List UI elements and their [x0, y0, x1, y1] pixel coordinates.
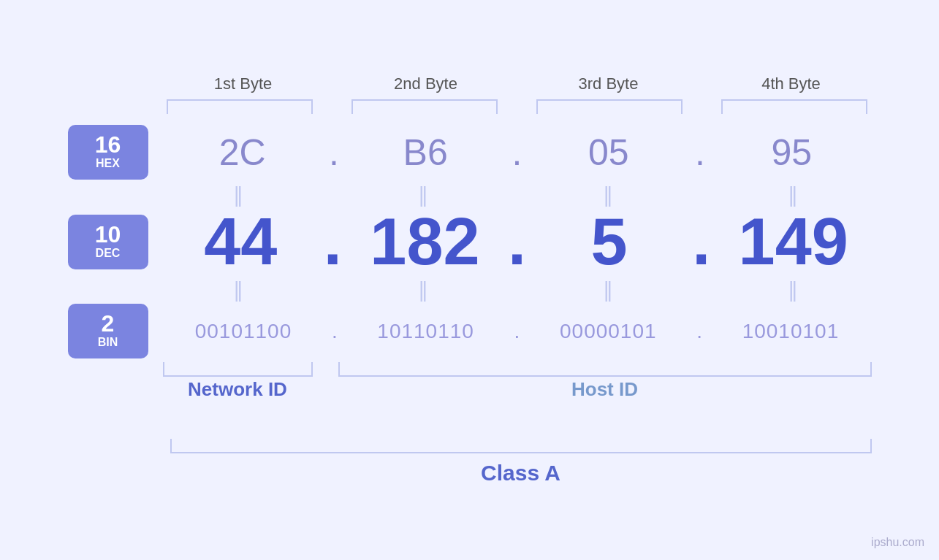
byte4-header: 4th Byte — [711, 74, 872, 93]
dec-dot2: . — [508, 209, 526, 275]
bracket-byte1 — [167, 99, 313, 114]
eq7: ‖ — [536, 277, 683, 302]
byte2-header: 2nd Byte — [346, 74, 506, 93]
bin-dot1: . — [332, 320, 338, 343]
dec-b3: 5 — [536, 209, 683, 275]
hex-dot2: . — [512, 131, 522, 174]
dec-values: 44 . 182 . 5 . 149 — [163, 209, 872, 275]
bracket-byte2 — [351, 99, 498, 114]
main-container: 1st Byte 2nd Byte 3rd Byte 4th Byte 16 H… — [68, 74, 872, 486]
bin-b3: 00000101 — [535, 320, 681, 343]
hex-b2: B6 — [352, 131, 498, 174]
host-id-label: Host ID — [571, 378, 638, 400]
bin-badge: 2 BIN — [68, 304, 148, 358]
bin-dot3: . — [696, 320, 702, 343]
eq4: ‖ — [721, 183, 867, 207]
bracket-byte4 — [721, 99, 867, 114]
hex-values: 2C . B6 . 05 . 95 — [163, 131, 872, 174]
hex-dot1: . — [329, 131, 339, 174]
bin-dot2: . — [514, 320, 520, 343]
class-bracket — [170, 439, 872, 453]
eq2: ‖ — [351, 183, 498, 207]
bin-b2: 10110110 — [353, 320, 499, 343]
bin-values: 00101100 . 10110110 . 00000101 . 1001010… — [163, 320, 872, 343]
network-id-label: Network ID — [188, 378, 287, 400]
equal-row-1: ‖ ‖ ‖ ‖ — [68, 180, 872, 209]
byte3-header: 3rd Byte — [528, 74, 689, 93]
class-section: Class A — [68, 439, 872, 486]
hex-dot3: . — [695, 131, 705, 174]
hex-row: 16 HEX 2C . B6 . 05 . 95 — [68, 125, 872, 180]
bin-b1: 00101100 — [170, 320, 316, 343]
eq3: ‖ — [536, 183, 683, 207]
hex-b4: 95 — [718, 131, 864, 174]
network-id-bracket — [163, 362, 313, 377]
dec-dot3: . — [692, 209, 710, 275]
bracket-byte3 — [536, 99, 683, 114]
dec-dot1: . — [324, 209, 342, 275]
bin-row: 2 BIN 00101100 . 10110110 . 00000101 . 1… — [68, 304, 872, 358]
eq5: ‖ — [167, 277, 313, 302]
watermark: ipshu.com — [871, 536, 924, 549]
host-id-bracket — [338, 362, 872, 377]
hex-b3: 05 — [536, 131, 682, 174]
dec-badge: 10 DEC — [68, 215, 148, 269]
bottom-brackets-area: Network ID Host ID — [68, 362, 872, 399]
class-label: Class A — [481, 461, 560, 486]
dec-b1: 44 — [167, 209, 313, 275]
byte-headers-row: 1st Byte 2nd Byte 3rd Byte 4th Byte — [68, 74, 872, 93]
dec-b4: 149 — [721, 209, 867, 275]
bin-b4: 10010101 — [718, 320, 864, 343]
hex-badge: 16 HEX — [68, 125, 148, 180]
hex-b1: 2C — [170, 131, 316, 174]
eq1: ‖ — [167, 183, 313, 207]
dec-b2: 182 — [351, 209, 498, 275]
eq8: ‖ — [721, 277, 867, 302]
byte1-header: 1st Byte — [163, 74, 324, 93]
eq6: ‖ — [351, 277, 498, 302]
equal-row-2: ‖ ‖ ‖ ‖ — [68, 275, 872, 304]
dec-row: 10 DEC 44 . 182 . 5 . 149 — [68, 209, 872, 275]
